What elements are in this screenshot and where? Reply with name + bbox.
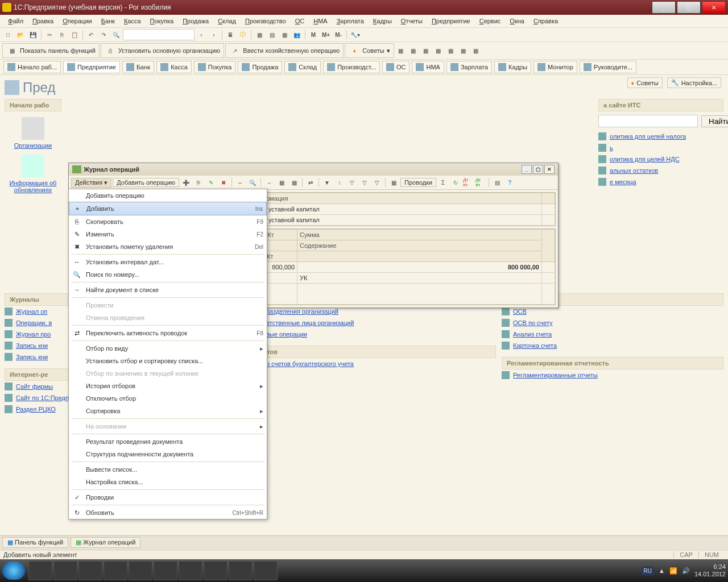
undo-icon[interactable]: ↶ [85,29,97,40]
app-icon-2[interactable] [104,561,127,580]
find-button[interactable]: Найти [701,115,728,127]
menu-item[interactable]: ⇄Переключить активность проводокF8 [69,327,267,339]
menu-Банк[interactable]: Банк [97,16,119,26]
help-icon[interactable]: ⓘ [237,29,249,40]
nav-tab-1[interactable]: Предприятие [63,61,120,73]
post-icon[interactable]: ▦ [276,177,287,188]
tray-vol-icon[interactable]: 🔊 [682,567,690,575]
1c-icon[interactable] [229,561,253,580]
menu-item[interactable]: 🔍Поиск по номеру... [69,268,267,281]
new-icon[interactable]: □ [2,29,14,40]
menu-item[interactable]: Отбор по виду▸ [69,342,267,355]
menu-item[interactable]: ✓Проводки [69,491,267,504]
menu-item[interactable]: ⎘СкопироватьF9 [69,215,267,228]
menu-Окна[interactable]: Окна [505,16,529,26]
menu-Предприятие[interactable]: Предприятие [427,16,475,26]
calendar-icon[interactable]: ▦ [254,29,265,40]
tray-icon[interactable]: ▲ [659,567,665,574]
unpost-icon[interactable]: ▦ [288,177,300,188]
lang-indicator[interactable]: RU [642,567,654,575]
dates-icon[interactable]: ↔ [234,177,246,188]
link-item[interactable]: етственные лица организаций [255,317,496,329]
explorer-icon[interactable] [53,561,77,580]
tips-link[interactable]: ♦Советы [627,77,663,88]
add-icon[interactable]: ➕ [180,177,192,188]
menu-item[interactable]: ↔Установить интервал дат... [69,256,267,268]
menu-Производство[interactable]: Производство [241,16,291,26]
menu-Справка[interactable]: Справка [529,16,562,26]
report-icon[interactable]: ▤ [266,29,278,40]
link-item[interactable]: Анализ счета [502,329,723,340]
app-icon-4[interactable] [154,561,177,580]
menu-Зарплата[interactable]: Зарплата [332,16,369,26]
nav-tab-11[interactable]: Кадры [494,61,531,73]
help2-icon[interactable]: ? [504,177,515,188]
menu-item[interactable]: Результат проведения документа [69,435,267,448]
app-icon-1[interactable] [78,561,102,580]
toggle-icon[interactable]: ⇄ [305,177,316,188]
tb-icon-3[interactable]: ▦ [420,45,432,56]
m-icon[interactable]: M [308,29,319,40]
link-item[interactable]: ОСВ по счету [502,317,723,329]
minimize-button[interactable]: _ [652,1,676,14]
menu-item[interactable]: Структура подчиненности документа [69,448,267,460]
wtab-journal[interactable]: ▦ Журнал операций [71,537,140,548]
nav-tab-0[interactable]: Начало раб... [3,61,61,73]
menu-item[interactable]: История отборов▸ [69,380,267,392]
actions-button[interactable]: Действия ▾ [71,178,111,188]
settings-link[interactable]: 🔧Настройка... [667,77,721,88]
dk2-icon[interactable]: Дт Кт [475,177,486,188]
search-input[interactable] [123,29,195,40]
start-button[interactable] [2,562,25,580]
menu-Кадры[interactable]: Кадры [369,16,396,26]
nav-tab-10[interactable]: Зарплата [446,61,492,73]
wtab-panel[interactable]: ▦ Панель функций [2,537,68,548]
copy-op-icon[interactable]: ⎘ [193,177,204,188]
edit-op-icon[interactable]: ✎ [205,177,217,188]
word-icon[interactable] [254,561,278,580]
menu-item[interactable]: →Найти документ в списке [69,284,267,296]
nav-tab-7[interactable]: Производст... [323,61,380,73]
nav-tab-4[interactable]: Покупка [194,61,236,73]
menu-item[interactable]: ↻ОбновитьCtrl+Shift+R [69,506,267,519]
users-icon[interactable]: 👥 [291,29,303,40]
menu-НМА[interactable]: НМА [309,16,332,26]
menu-Операции[interactable]: Операции [58,16,96,26]
menu-Склад[interactable]: Склад [213,16,241,26]
menu-Продажа[interactable]: Продажа [178,16,213,26]
modal-min-button[interactable]: _ [522,165,532,174]
menu-item[interactable]: Вывести список... [69,463,267,476]
menu-Отчеты[interactable]: Отчеты [396,16,427,26]
firefox-icon[interactable] [179,561,202,580]
grid-icon[interactable]: ▦ [279,29,290,40]
set-org-button[interactable]: ⎙Установить основную организацию [101,43,225,58]
refresh-icon[interactable]: ↻ [450,177,461,188]
link-item[interactable]: е месяца [598,176,723,188]
enter-op-button[interactable]: ↗Ввести хозяйственную операцию [225,43,344,58]
filter4-icon[interactable]: ▽ [371,177,383,188]
menu-Сервис[interactable]: Сервис [475,16,506,26]
add-op-button[interactable]: Добавить операцию [113,178,179,187]
postings-button[interactable]: Проводки [400,178,436,187]
tb-icon-5[interactable]: ▦ [445,45,457,56]
menu-item[interactable]: Добавить операцию [69,189,267,202]
menu-item[interactable]: Отключить отбор [69,392,267,405]
nav-back-icon[interactable]: ‹ [196,29,207,40]
app-icon-3[interactable] [129,561,152,580]
menu-Правка[interactable]: Правка [28,16,58,26]
tips-button[interactable]: ♦Советы ▾ [345,43,394,58]
m-plus-icon[interactable]: M+ [320,29,332,40]
tb-icon-6[interactable]: ▦ [458,45,469,56]
menu-item[interactable]: Настройка списка... [69,476,267,488]
nav-tab-5[interactable]: Продажа [238,61,282,73]
tb-icon-2[interactable]: ▦ [408,45,419,56]
maximize-button[interactable]: ▢ [677,1,701,14]
redo-icon[interactable]: ↷ [98,29,109,40]
res-icon[interactable]: Σ [437,177,449,188]
del-op-icon[interactable]: ✖ [218,177,229,188]
menu-item[interactable]: Установить отбор и сортировку списка... [69,355,267,367]
m-minus-icon[interactable]: M- [333,29,344,40]
nav-tab-13[interactable]: Руководите... [580,61,636,73]
info-link[interactable]: Информация об обновлениях [5,180,61,193]
cut-icon[interactable]: ✂ [44,29,55,40]
